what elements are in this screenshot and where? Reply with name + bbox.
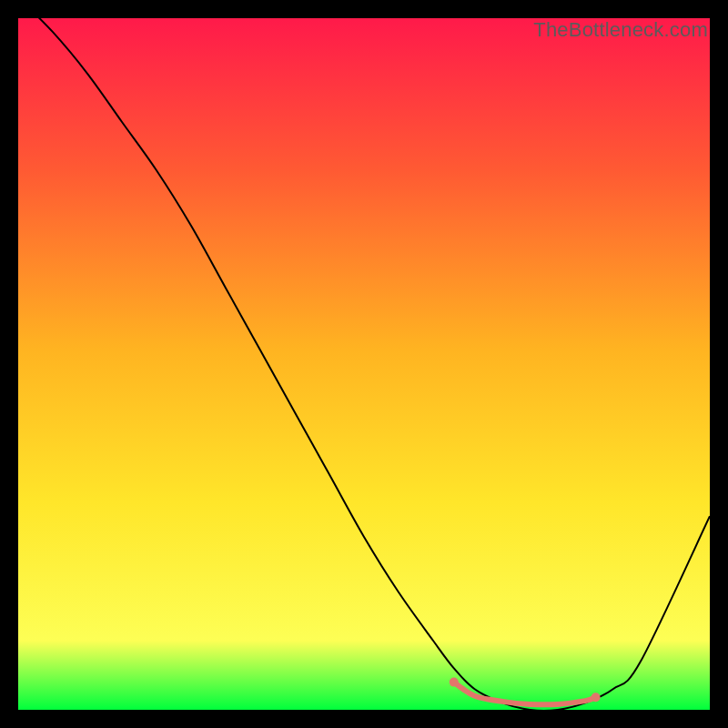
accent-dot-right bbox=[592, 693, 601, 702]
chart-frame: TheBottleneck.com bbox=[18, 18, 710, 710]
bottleneck-chart bbox=[18, 18, 710, 710]
watermark-text: TheBottleneck.com bbox=[533, 18, 708, 42]
accent-dot-left bbox=[450, 678, 459, 687]
